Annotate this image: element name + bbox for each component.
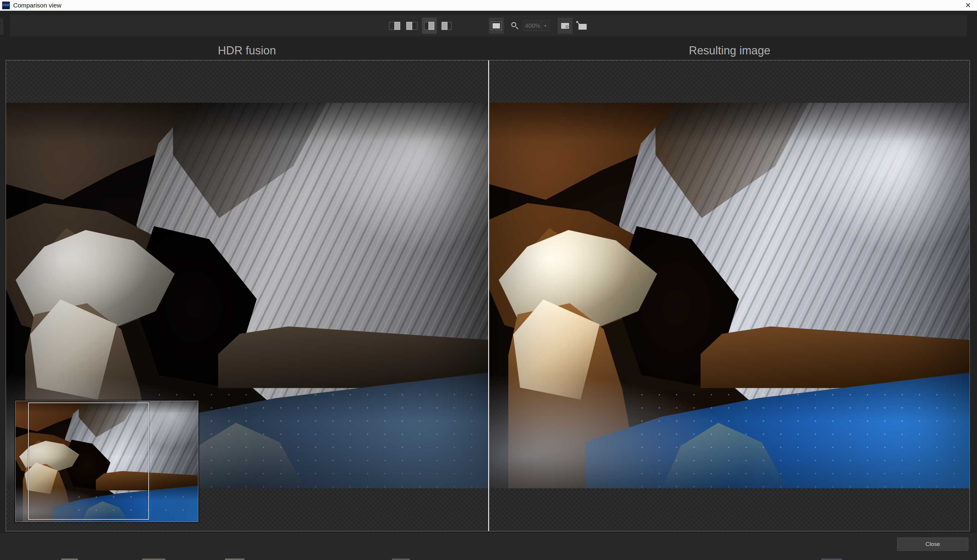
fit-view-button[interactable]: [558, 18, 572, 34]
split-view-left-icon: [406, 22, 418, 30]
fit-view-icon: [561, 23, 569, 29]
icon-rect-dark: [412, 22, 418, 30]
arrow-up-left-icon: ↖: [576, 20, 580, 26]
close-button[interactable]: Close: [897, 538, 968, 551]
vignette-overlay: [489, 103, 970, 488]
panel-divider: [488, 60, 489, 531]
resulting-image[interactable]: [489, 103, 970, 488]
zoom-level-value: 400%: [524, 21, 542, 31]
window-title: Comparison view: [13, 2, 61, 9]
hdr-fusion-pane[interactable]: [6, 60, 488, 531]
comparison-view-window: { "window": { "title": "Comparison view"…: [0, 0, 977, 560]
right-pane-title: Resulting image: [489, 44, 970, 57]
zoom-tool-button[interactable]: [506, 18, 521, 34]
side-by-side-swapped-icon: [442, 22, 452, 30]
window-close-button[interactable]: ✕: [959, 0, 977, 10]
actual-size-button[interactable]: ↖: [575, 18, 590, 34]
titlebar: HDR Comparison view ✕: [0, 0, 977, 11]
filmstrip-sliver: [142, 558, 166, 560]
navigator-view-rect[interactable]: [28, 403, 149, 520]
footer-bar: Close: [0, 532, 977, 560]
filmstrip-sliver: [821, 558, 842, 560]
navigator-toggle-button[interactable]: [489, 18, 504, 34]
icon-rect-light: [428, 22, 434, 30]
icon-rect-light: [406, 22, 412, 30]
icon-rect-light: [394, 22, 400, 30]
comparison-panels: [6, 60, 970, 531]
view-mode-side-by-side-button[interactable]: [422, 18, 437, 34]
side-by-side-icon: [424, 22, 434, 30]
icon-rect-light: [442, 22, 448, 30]
view-mode-side-by-side-swapped-button[interactable]: [439, 18, 454, 34]
filmstrip-sliver: [225, 558, 244, 560]
view-mode-split-right-button[interactable]: [387, 18, 402, 34]
left-pane-title: HDR fusion: [6, 44, 488, 57]
hdr-app-icon: HDR: [2, 2, 10, 9]
cave-photo-scene: [489, 103, 970, 488]
toolbar: 400% ▾ ↖: [10, 15, 967, 36]
magnifier-lens: [511, 22, 516, 27]
filmstrip-sliver: [392, 558, 410, 560]
zoom-level-select[interactable]: 400% ▾: [524, 20, 549, 31]
left-edge-handle[interactable]: [0, 18, 3, 35]
navigator-thumbnail[interactable]: [15, 401, 198, 522]
toolbar-separator: [457, 26, 487, 26]
icon-rect-dark: [389, 22, 395, 30]
fit-view-icon-dot: [565, 25, 568, 28]
navigator-icon: [491, 22, 502, 30]
view-mode-split-left-button[interactable]: [405, 18, 419, 34]
magnifier-icon: [511, 22, 517, 28]
actual-size-icon: ↖: [579, 24, 587, 30]
navigator-icon-fill: [493, 23, 500, 28]
filmstrip-sliver: [61, 558, 78, 560]
resulting-image-pane[interactable]: [489, 60, 970, 531]
toolbar-separator-small: [552, 26, 555, 26]
magnifier-handle: [516, 27, 519, 30]
chevron-down-icon[interactable]: ▾: [542, 21, 549, 31]
split-view-right-icon: [389, 22, 400, 30]
